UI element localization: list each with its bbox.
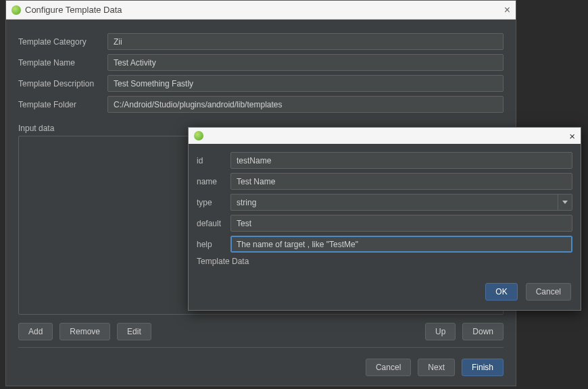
label-help: help xyxy=(197,240,230,249)
input-name[interactable] xyxy=(230,173,572,190)
label-template-data: Template Data xyxy=(197,257,572,266)
row-default: default xyxy=(197,215,572,232)
remove-button[interactable]: Remove xyxy=(59,323,110,340)
dialog-cancel-button[interactable]: Cancel xyxy=(526,283,571,301)
app-icon xyxy=(11,5,21,15)
row-type: type xyxy=(197,194,572,211)
dialog-footer: OK Cancel xyxy=(189,276,581,310)
row-template-category: Template Category xyxy=(18,33,504,50)
label-template-folder: Template Folder xyxy=(18,100,107,109)
edit-button[interactable]: Edit xyxy=(117,323,151,340)
row-id: id xyxy=(197,152,572,169)
finish-button[interactable]: Finish xyxy=(462,359,504,376)
label-template-category: Template Category xyxy=(18,37,107,47)
close-icon[interactable]: × xyxy=(569,130,575,142)
label-template-name: Template Name xyxy=(18,58,107,68)
label-id: id xyxy=(197,156,230,165)
separator xyxy=(18,347,504,348)
input-template-description[interactable] xyxy=(107,75,504,92)
row-template-folder: Template Folder xyxy=(18,96,504,113)
input-help[interactable] xyxy=(230,236,572,253)
label-type: type xyxy=(197,198,230,207)
cancel-button[interactable]: Cancel xyxy=(366,359,411,376)
next-button[interactable]: Next xyxy=(418,359,455,376)
row-template-name: Template Name xyxy=(18,54,504,71)
dialog-body: id name type default help Template Data xyxy=(189,144,581,276)
input-template-category[interactable] xyxy=(107,33,504,50)
input-default[interactable] xyxy=(230,215,572,232)
ok-button[interactable]: OK xyxy=(485,283,517,301)
label-template-description: Template Description xyxy=(18,79,107,88)
down-button[interactable]: Down xyxy=(462,323,504,340)
window-title: Configure Template Data xyxy=(25,5,122,15)
label-name: name xyxy=(197,177,230,186)
up-button[interactable]: Up xyxy=(425,323,456,340)
input-template-folder[interactable] xyxy=(107,96,504,113)
label-default: default xyxy=(197,219,230,228)
dialog-titlebar: × xyxy=(189,128,581,144)
select-type[interactable] xyxy=(230,194,572,211)
select-type-value[interactable] xyxy=(230,194,558,211)
input-data-dialog: × id name type default help xyxy=(188,127,581,311)
chevron-down-icon[interactable] xyxy=(558,194,572,211)
app-icon xyxy=(194,131,203,140)
titlebar: Configure Template Data × xyxy=(6,1,516,20)
input-id[interactable] xyxy=(230,152,572,169)
wizard-buttons: Cancel Next Finish xyxy=(18,359,504,376)
row-help: help xyxy=(197,236,572,253)
row-name: name xyxy=(197,173,572,190)
input-template-name[interactable] xyxy=(107,54,504,71)
list-buttons: Add Remove Edit Up Down xyxy=(18,323,504,340)
close-icon[interactable]: × xyxy=(504,4,510,16)
row-template-description: Template Description xyxy=(18,75,504,92)
add-button[interactable]: Add xyxy=(18,323,53,340)
